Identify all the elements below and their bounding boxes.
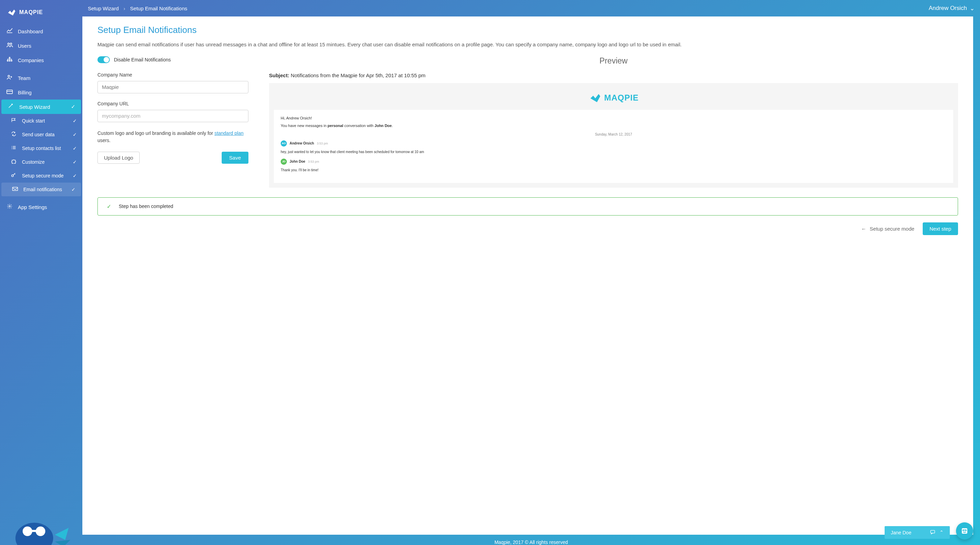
bottom-nav: App Settings [0,200,82,214]
company-name-label: Company Name [97,72,248,78]
sidebar-item-companies[interactable]: Companies [0,53,82,67]
check-icon: ✓ [73,118,77,124]
flag-icon [10,118,18,124]
completed-text: Step has been completed [119,204,173,209]
admin-nav: Team Billing Setup Wizard ✓ [0,71,82,114]
users-icon [5,42,14,49]
upload-logo-button[interactable]: Upload Logo [97,152,140,164]
breadcrumb-item[interactable]: Setup Wizard [88,5,119,11]
breadcrumb: Setup Wizard › Setup Email Notifications [88,5,187,11]
nav-label: App Settings [18,204,47,210]
svg-point-1 [10,43,12,45]
page-title: Setup Email Notifications [97,25,958,35]
next-step-button[interactable]: Next step [923,222,958,235]
preview-section: Preview Subject: Notifications from the … [269,56,958,188]
sidebar-item-dashboard[interactable]: Dashboard [0,24,82,38]
wizard-subnav: Quick start ✓ Send user data ✓ Setup con… [0,114,82,196]
user-name: Andrew Orsich [929,5,967,12]
chat-widget[interactable]: Jane Doe ⌃ [885,526,950,539]
company-url-input[interactable] [97,110,248,122]
svg-point-10 [9,206,10,207]
intercom-launcher[interactable] [956,522,973,540]
arrow-left-icon: ← [861,226,866,232]
brand-text: MAQPIE [19,9,43,16]
toggle-label: Disable Email Notifications [114,57,171,62]
svg-rect-7 [7,90,13,94]
svg-point-6 [8,75,10,77]
sidebar-item-setup-wizard[interactable]: Setup Wizard ✓ [2,100,81,114]
svg-point-2 [9,57,10,58]
maqpie-bird-icon [7,8,16,17]
email-greeting: Hi, Andrew Orsich! [281,116,947,120]
footer: Maqpie, 2017 © All rights reserved [82,535,980,545]
message-header: AO Andrew Orsich 3:53 pm [281,140,947,147]
svg-point-0 [8,43,9,45]
chevron-up-icon[interactable]: ⌃ [940,529,943,535]
prev-step-link[interactable]: ← Setup secure mode [861,226,915,232]
nav-label: Customize [22,159,45,165]
nav-label: Email notifications [23,187,62,192]
chevron-right-icon: › [124,5,125,11]
topbar: Setup Wizard › Setup Email Notifications… [82,0,980,16]
list-icon [10,145,18,151]
svg-point-4 [9,60,10,61]
chat-user-name: Jane Doe [891,530,912,535]
svg-point-3 [7,60,8,61]
content-panel: Setup Email Notifications Maqpie can sen… [82,16,973,535]
svg-rect-14 [25,530,44,532]
brand-logo[interactable]: MAQPIE [0,4,82,24]
check-icon: ✓ [71,104,75,110]
maqpie-bird-icon [589,91,602,104]
email-intro: You have new messages in personal conver… [281,124,947,127]
email-logo: MAQPIE [274,88,953,110]
primary-nav: Dashboard Users Companies [0,24,82,67]
nav-label: Setup secure mode [22,173,64,178]
sidebar-item-app-settings[interactable]: App Settings [0,200,82,214]
breadcrumb-item[interactable]: Setup Email Notifications [130,5,187,11]
svg-rect-9 [13,187,18,191]
sidebar-item-users[interactable]: Users [0,38,82,53]
check-icon: ✓ [107,203,111,210]
email-date: Sunday, March 12, 2017 [281,132,947,136]
sync-icon [10,131,18,138]
preview-subject: Subject: Notifications from the Maqpie f… [269,72,958,79]
mascot-illustration [3,507,72,545]
save-button[interactable]: Save [222,152,248,164]
wizard-item-secure[interactable]: Setup secure mode ✓ [0,169,82,183]
nav-label: Setup Wizard [19,104,50,110]
message-header: JD John Doe 3:53 pm [281,159,947,165]
nav-label: Billing [18,89,32,96]
sidebar: MAQPIE Dashboard Users Companies Te [0,0,82,545]
wizard-navigation: ← Setup secure mode Next step [97,222,958,238]
user-plus-icon [5,75,14,81]
email-preview-card: MAQPIE Hi, Andrew Orsich! You have new m… [269,83,958,188]
wizard-item-customize[interactable]: Customize ✓ [0,155,82,169]
gear-icon [5,204,14,210]
check-icon: ✓ [73,173,77,178]
check-icon: ✓ [73,132,77,137]
standard-plan-link[interactable]: standard plan [215,131,243,136]
svg-point-11 [16,523,53,545]
check-icon: ✓ [73,159,77,165]
chevron-down-icon: ⌄ [970,5,975,12]
nav-label: Companies [18,57,44,63]
nav-label: Users [18,43,31,49]
avatar: AO [281,140,287,147]
wizard-item-quickstart[interactable]: Quick start ✓ [0,114,82,127]
wizard-item-email[interactable]: Email notifications ✓ [2,183,81,196]
svg-point-8 [12,175,14,177]
main: Setup Wizard › Setup Email Notifications… [82,0,980,545]
nav-label: Dashboard [18,29,43,34]
wizard-item-contacts[interactable]: Setup contacts list ✓ [0,142,82,155]
avatar: JD [281,159,287,165]
user-menu[interactable]: Andrew Orsich ⌄ [929,5,975,12]
disable-email-toggle[interactable] [97,56,110,63]
sidebar-item-billing[interactable]: Billing [0,85,82,100]
plan-hint: Custom logo and logo url branding is ava… [97,130,248,144]
nav-label: Send user data [22,132,54,137]
company-name-input[interactable] [97,81,248,93]
chat-bubble-icon[interactable] [930,529,935,535]
sidebar-item-team[interactable]: Team [0,71,82,85]
wizard-item-senddata[interactable]: Send user data ✓ [0,127,82,142]
hierarchy-icon [5,57,14,64]
